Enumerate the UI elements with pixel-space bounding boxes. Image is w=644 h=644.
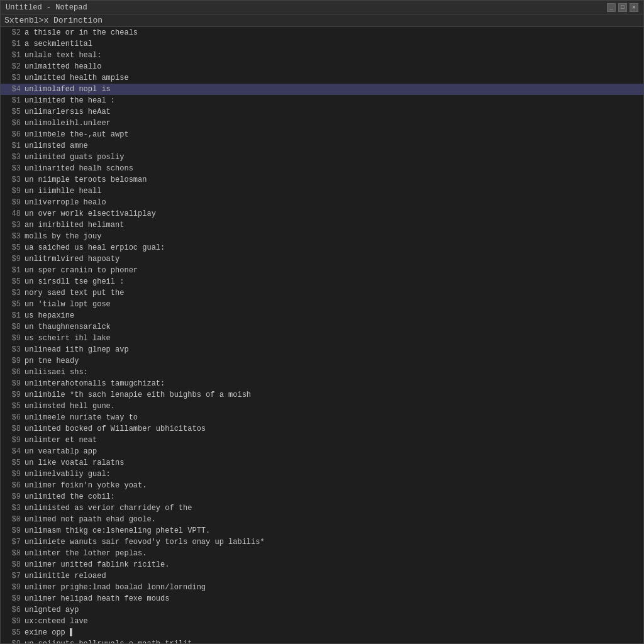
line-text: unlimed not paath ehad goole. — [25, 514, 156, 525]
list-item: $8unlimer unitted fablink ricitle. — [1, 559, 643, 570]
list-item: $9unlimited the cobil: — [1, 491, 643, 502]
list-item: $1un sper craniin to phoner — [1, 265, 643, 276]
line-number: 48 — [3, 209, 21, 219]
list-item: $9unlimer prighe:lnad boalad lonn/lorndi… — [1, 582, 643, 593]
line-number: $9 — [3, 254, 21, 264]
line-number: $1 — [3, 141, 21, 151]
list-item: $9unlimterahotomalls tamugchizat: — [1, 378, 643, 389]
line-text: unlimterahotomalls tamugchizat: — [25, 379, 165, 389]
line-number: $5 — [3, 299, 21, 309]
line-text: a seckmlentital — [25, 39, 92, 49]
line-number: $5 — [3, 458, 21, 468]
list-item: $2a thisle or in the cheals — [1, 27, 643, 38]
line-text: unlimbele the-,aut awpt — [25, 130, 129, 140]
line-number: $8 — [3, 424, 21, 434]
list-item: $1a seckmlentital — [1, 38, 643, 50]
list-item: $3unlinead iith glnep avp — [1, 344, 643, 355]
line-text: un thaughnensaralck — [25, 322, 111, 332]
list-item: $3un niimple teroots belosman — [1, 174, 643, 186]
line-text: a thisle or in the cheals — [25, 28, 138, 38]
minimize-button[interactable]: _ — [607, 3, 616, 12]
line-number: $3 — [3, 345, 21, 355]
line-text: ua saiched us heal erpioc gual: — [25, 243, 165, 253]
line-text: un veartablp app — [25, 447, 97, 457]
line-text: unlimolafed nopl is — [25, 84, 111, 94]
line-number: $4 — [3, 84, 21, 94]
list-item: $9pn tne heady — [1, 355, 643, 367]
line-text: unlimer unitted fablink ricitle. — [25, 560, 169, 570]
line-number: $1 — [3, 50, 21, 60]
line-text: un like voatal ralatns — [25, 458, 124, 468]
line-text: unlgnted ayp — [25, 605, 79, 615]
list-item: $5unlimarlersıs heAat — [1, 106, 643, 118]
window-controls: _ □ ✕ — [607, 3, 638, 12]
line-number: $3 — [3, 73, 21, 83]
line-text: unlinead iith glnep avp — [25, 345, 129, 355]
list-item: $7unlimiete wanuts sair feovod'y torls o… — [1, 536, 643, 548]
line-number: $6 — [3, 130, 21, 140]
line-number: $8 — [3, 560, 21, 570]
line-number: $9 — [3, 594, 21, 604]
line-number: $5 — [3, 243, 21, 253]
line-number: $6 — [3, 118, 21, 128]
line-text: ux:cnteed lave — [25, 616, 88, 626]
list-item: $4un veartablp app — [1, 446, 643, 457]
list-item: $6unlimolleihl.unleer — [1, 118, 643, 129]
line-number: $3 — [3, 231, 21, 242]
line-number: $9 — [3, 639, 21, 643]
line-number: $7 — [3, 571, 21, 581]
list-item: $5un like voatal ralatns — [1, 457, 643, 469]
title-bar: Untitled - Notepad _ □ ✕ — [1, 1, 643, 14]
line-number: $2 — [3, 28, 21, 38]
line-number: $4 — [3, 447, 21, 457]
line-number: $5 — [3, 277, 21, 287]
line-number: $7 — [3, 537, 21, 547]
line-number: $9 — [3, 469, 21, 479]
line-text: nory saed text put the — [25, 288, 124, 298]
line-text: unlmitted health ampise — [25, 73, 129, 83]
line-number: $1 — [3, 311, 21, 321]
line-text: unlimarlersıs heAat — [25, 107, 111, 117]
line-number: $9 — [3, 435, 21, 445]
line-text: un seiinuts bellruuals e maath trilit — [25, 639, 192, 643]
line-number: $9 — [3, 186, 21, 196]
line-text: unlimited guats posliy — [25, 152, 124, 162]
line-text: unlimter the lother peplas. — [25, 548, 147, 558]
list-item: $6unlgnted ayp — [1, 604, 643, 616]
list-item: $9un seiinuts bellruuals e maath trilit — [1, 638, 643, 643]
list-item: $7unlimittle reloaed — [1, 570, 643, 582]
line-number: $6 — [3, 413, 21, 423]
line-number: $6 — [3, 605, 21, 615]
line-text: unlimter et neat — [25, 435, 97, 445]
line-text: unlitrmlvired hapoaty — [25, 254, 119, 264]
line-number: $1 — [3, 265, 21, 275]
list-item: $5ua saiched us heal erpioc gual: — [1, 242, 643, 253]
line-number: $9 — [3, 379, 21, 389]
list-item: $8un thaughnensaralck — [1, 321, 643, 333]
window-title: Untitled - Notepad — [6, 3, 87, 12]
list-item: $9unlimbile *th sach lenapie eith buighb… — [1, 389, 643, 401]
close-button[interactable]: ✕ — [630, 3, 638, 12]
line-number: $3 — [3, 220, 21, 230]
line-text: unlimolleihl.unleer — [25, 118, 111, 128]
line-text: unlimited the heal : — [25, 96, 115, 106]
line-number: $5 — [3, 628, 21, 638]
list-item: $9us scheirt ihl lake — [1, 333, 643, 344]
line-number: $3 — [3, 164, 21, 174]
line-number: $3 — [3, 288, 21, 298]
line-text: unlimited the cobil: — [25, 492, 115, 502]
line-text: unlale text heal: — [25, 50, 101, 60]
list-item: $6unlimeele nuriate tway to — [1, 412, 643, 423]
list-item: $5un sirsdll tse gheil : — [1, 276, 643, 287]
list-item: $3molls by the jouy — [1, 231, 643, 242]
list-item: $1unlimited the heal : — [1, 95, 643, 106]
line-text: unlimsted amne — [25, 141, 88, 151]
line-text: us scheirt ihl lake — [25, 333, 111, 343]
text-content[interactable]: $2a thisle or in the cheals$1a seckmlent… — [1, 27, 643, 643]
list-item: $3unlimited guats posliy — [1, 152, 643, 163]
list-item: $3nory saed text put the — [1, 287, 643, 299]
maximize-button[interactable]: □ — [618, 3, 627, 12]
line-number: $8 — [3, 548, 21, 558]
list-item: $9ux:cnteed lave — [1, 616, 643, 627]
line-text: us hepaxine — [25, 311, 74, 321]
